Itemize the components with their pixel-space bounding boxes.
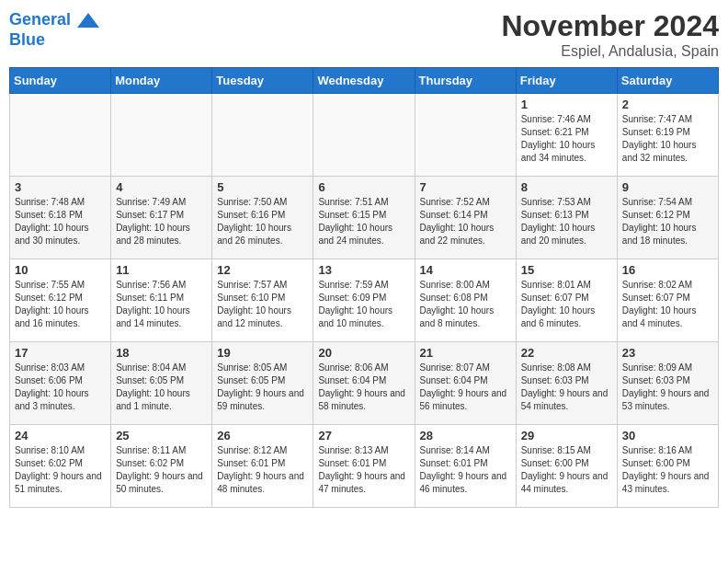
calendar-week-5: 24Sunrise: 8:10 AMSunset: 6:02 PMDayligh… <box>10 425 719 508</box>
day-number: 20 <box>318 346 409 360</box>
calendar-cell: 3Sunrise: 7:48 AMSunset: 6:18 PMDaylight… <box>10 177 111 259</box>
calendar-cell: 8Sunrise: 7:53 AMSunset: 6:13 PMDaylight… <box>516 177 617 259</box>
calendar-cell: 1Sunrise: 7:46 AMSunset: 6:21 PMDaylight… <box>516 94 617 177</box>
day-info: Sunrise: 8:11 AMSunset: 6:02 PMDaylight:… <box>116 444 207 496</box>
calendar-table: SundayMondayTuesdayWednesdayThursdayFrid… <box>9 67 719 508</box>
calendar-cell: 25Sunrise: 8:11 AMSunset: 6:02 PMDayligh… <box>111 425 212 508</box>
day-info: Sunrise: 8:12 AMSunset: 6:01 PMDaylight:… <box>217 444 308 496</box>
day-number: 7 <box>420 180 511 194</box>
day-info: Sunrise: 8:14 AMSunset: 6:01 PMDaylight:… <box>420 444 511 496</box>
calendar-cell: 22Sunrise: 8:08 AMSunset: 6:03 PMDayligh… <box>516 342 617 425</box>
calendar-cell: 6Sunrise: 7:51 AMSunset: 6:15 PMDaylight… <box>313 177 415 259</box>
day-number: 13 <box>318 263 409 277</box>
day-info: Sunrise: 8:01 AMSunset: 6:07 PMDaylight:… <box>521 279 612 330</box>
day-number: 23 <box>622 346 713 360</box>
calendar-week-1: 1Sunrise: 7:46 AMSunset: 6:21 PMDaylight… <box>10 94 719 177</box>
calendar-week-4: 17Sunrise: 8:03 AMSunset: 6:06 PMDayligh… <box>10 342 719 425</box>
day-info: Sunrise: 8:02 AMSunset: 6:07 PMDaylight:… <box>622 279 713 330</box>
day-info: Sunrise: 7:52 AMSunset: 6:14 PMDaylight:… <box>420 196 511 247</box>
calendar-subtitle: Espiel, Andalusia, Spain <box>501 43 719 60</box>
calendar-cell: 18Sunrise: 8:04 AMSunset: 6:05 PMDayligh… <box>111 342 212 425</box>
day-number: 12 <box>217 263 308 277</box>
day-info: Sunrise: 7:51 AMSunset: 6:15 PMDaylight:… <box>318 196 409 247</box>
day-number: 24 <box>15 429 106 442</box>
calendar-cell: 2Sunrise: 7:47 AMSunset: 6:19 PMDaylight… <box>617 94 718 177</box>
day-info: Sunrise: 7:56 AMSunset: 6:11 PMDaylight:… <box>116 279 207 330</box>
calendar-cell: 29Sunrise: 8:15 AMSunset: 6:00 PMDayligh… <box>516 425 617 508</box>
calendar-title: November 2024 <box>501 9 719 43</box>
day-info: Sunrise: 8:09 AMSunset: 6:03 PMDaylight:… <box>622 362 713 413</box>
calendar-cell: 24Sunrise: 8:10 AMSunset: 6:02 PMDayligh… <box>10 425 111 508</box>
calendar-cell: 9Sunrise: 7:54 AMSunset: 6:12 PMDaylight… <box>617 177 718 259</box>
calendar-cell: 12Sunrise: 7:57 AMSunset: 6:10 PMDayligh… <box>212 259 313 342</box>
calendar-cell: 28Sunrise: 8:14 AMSunset: 6:01 PMDayligh… <box>415 425 516 508</box>
page-header: General Blue November 2024 Espiel, Andal… <box>9 9 719 60</box>
day-number: 8 <box>521 180 612 194</box>
day-number: 9 <box>622 180 713 194</box>
day-info: Sunrise: 7:47 AMSunset: 6:19 PMDaylight:… <box>622 113 713 165</box>
calendar-cell: 23Sunrise: 8:09 AMSunset: 6:03 PMDayligh… <box>617 342 718 425</box>
weekday-header-saturday: Saturday <box>617 68 718 94</box>
day-info: Sunrise: 7:59 AMSunset: 6:09 PMDaylight:… <box>318 279 409 330</box>
svg-marker-0 <box>77 13 99 28</box>
day-info: Sunrise: 8:15 AMSunset: 6:00 PMDaylight:… <box>521 444 612 496</box>
calendar-cell: 19Sunrise: 8:05 AMSunset: 6:05 PMDayligh… <box>212 342 313 425</box>
day-number: 22 <box>521 346 612 360</box>
day-number: 2 <box>622 98 713 111</box>
day-number: 30 <box>622 429 713 442</box>
day-number: 14 <box>420 263 511 277</box>
calendar-cell: 13Sunrise: 7:59 AMSunset: 6:09 PMDayligh… <box>313 259 415 342</box>
day-info: Sunrise: 7:49 AMSunset: 6:17 PMDaylight:… <box>116 196 207 247</box>
weekday-header-row: SundayMondayTuesdayWednesdayThursdayFrid… <box>10 68 719 94</box>
day-number: 29 <box>521 429 612 442</box>
day-number: 27 <box>318 429 409 442</box>
day-number: 1 <box>521 98 612 111</box>
day-info: Sunrise: 7:57 AMSunset: 6:10 PMDaylight:… <box>217 279 308 330</box>
day-info: Sunrise: 7:53 AMSunset: 6:13 PMDaylight:… <box>521 196 612 247</box>
day-info: Sunrise: 8:04 AMSunset: 6:05 PMDaylight:… <box>116 362 207 413</box>
calendar-cell: 5Sunrise: 7:50 AMSunset: 6:16 PMDaylight… <box>212 177 313 259</box>
title-area: November 2024 Espiel, Andalusia, Spain <box>501 9 719 60</box>
calendar-cell <box>111 94 212 177</box>
logo-text: General Blue <box>9 9 99 50</box>
day-number: 25 <box>116 429 207 442</box>
day-number: 3 <box>15 180 106 194</box>
day-number: 26 <box>217 429 308 442</box>
day-number: 18 <box>116 346 207 360</box>
weekday-header-monday: Monday <box>111 68 212 94</box>
day-info: Sunrise: 8:08 AMSunset: 6:03 PMDaylight:… <box>521 362 612 413</box>
calendar-cell: 27Sunrise: 8:13 AMSunset: 6:01 PMDayligh… <box>313 425 415 508</box>
day-info: Sunrise: 7:46 AMSunset: 6:21 PMDaylight:… <box>521 113 612 165</box>
day-info: Sunrise: 7:50 AMSunset: 6:16 PMDaylight:… <box>217 196 308 247</box>
weekday-header-friday: Friday <box>516 68 617 94</box>
day-number: 6 <box>318 180 409 194</box>
calendar-week-2: 3Sunrise: 7:48 AMSunset: 6:18 PMDaylight… <box>10 177 719 259</box>
calendar-cell <box>10 94 111 177</box>
weekday-header-thursday: Thursday <box>415 68 516 94</box>
day-number: 17 <box>15 346 106 360</box>
day-info: Sunrise: 8:05 AMSunset: 6:05 PMDaylight:… <box>217 362 308 413</box>
calendar-cell: 4Sunrise: 7:49 AMSunset: 6:17 PMDaylight… <box>111 177 212 259</box>
day-number: 19 <box>217 346 308 360</box>
calendar-cell <box>313 94 415 177</box>
calendar-cell: 15Sunrise: 8:01 AMSunset: 6:07 PMDayligh… <box>516 259 617 342</box>
weekday-header-tuesday: Tuesday <box>212 68 313 94</box>
calendar-cell: 16Sunrise: 8:02 AMSunset: 6:07 PMDayligh… <box>617 259 718 342</box>
calendar-cell: 14Sunrise: 8:00 AMSunset: 6:08 PMDayligh… <box>415 259 516 342</box>
calendar-cell: 20Sunrise: 8:06 AMSunset: 6:04 PMDayligh… <box>313 342 415 425</box>
day-info: Sunrise: 8:13 AMSunset: 6:01 PMDaylight:… <box>318 444 409 496</box>
calendar-cell: 17Sunrise: 8:03 AMSunset: 6:06 PMDayligh… <box>10 342 111 425</box>
day-number: 16 <box>622 263 713 277</box>
day-number: 15 <box>521 263 612 277</box>
weekday-header-sunday: Sunday <box>10 68 111 94</box>
logo: General Blue <box>9 9 99 50</box>
weekday-header-wednesday: Wednesday <box>313 68 415 94</box>
calendar-cell: 21Sunrise: 8:07 AMSunset: 6:04 PMDayligh… <box>415 342 516 425</box>
day-number: 10 <box>15 263 106 277</box>
calendar-cell: 7Sunrise: 7:52 AMSunset: 6:14 PMDaylight… <box>415 177 516 259</box>
calendar-cell: 10Sunrise: 7:55 AMSunset: 6:12 PMDayligh… <box>10 259 111 342</box>
calendar-cell <box>415 94 516 177</box>
day-info: Sunrise: 8:07 AMSunset: 6:04 PMDaylight:… <box>420 362 511 413</box>
day-info: Sunrise: 7:55 AMSunset: 6:12 PMDaylight:… <box>15 279 106 330</box>
day-number: 4 <box>116 180 207 194</box>
